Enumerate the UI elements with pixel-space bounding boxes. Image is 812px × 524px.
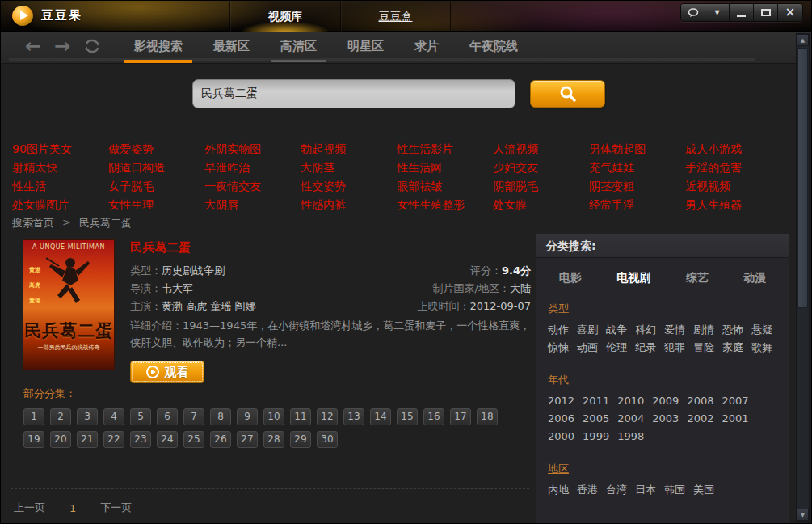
menu-button[interactable]: ▼ (705, 4, 730, 21)
sidebar-filter-link[interactable]: 冒险 (693, 339, 714, 357)
hot-link[interactable]: 早泄咋治 (204, 158, 301, 177)
hot-link[interactable]: 近视视频 (685, 177, 781, 196)
sidebar-section-title[interactable]: 年代 (548, 373, 777, 387)
sidebar-filter-link[interactable]: 2004 (617, 410, 644, 428)
maximize-button[interactable] (754, 4, 778, 21)
hot-link[interactable]: 射精太快 (12, 158, 108, 177)
sidebar-tab[interactable]: 电视剧 (616, 271, 650, 285)
titlebar-tab[interactable]: 视频库 (229, 1, 340, 32)
sidebar-filter-link[interactable]: 2010 (617, 392, 644, 410)
nav-tab[interactable]: 最新区 (198, 32, 265, 61)
sidebar-filter-link[interactable]: 2008 (687, 392, 713, 410)
episode-button[interactable]: 11 (290, 408, 311, 425)
sidebar-filter-link[interactable]: 喜剧 (577, 321, 598, 339)
hot-link[interactable]: 勃起视频 (301, 140, 397, 158)
sidebar-filter-link[interactable]: 2002 (687, 410, 713, 428)
hot-link[interactable]: 阴道口构造 (108, 158, 204, 177)
sidebar-filter-link[interactable]: 动作 (548, 321, 569, 339)
sidebar-filter-link[interactable]: 2007 (722, 392, 748, 410)
sidebar-filter-link[interactable]: 2000 (548, 428, 574, 446)
hot-link[interactable]: 处女膜图片 (12, 196, 108, 214)
episode-button[interactable]: 29 (290, 431, 311, 448)
episode-button[interactable]: 19 (23, 431, 44, 448)
hot-link[interactable]: 性生活影片 (397, 140, 493, 158)
nav-tab[interactable]: 明星区 (332, 32, 399, 61)
sidebar-filter-link[interactable]: 2005 (583, 410, 609, 428)
current-page-number[interactable]: 1 (69, 502, 76, 514)
back-arrow-icon[interactable]: ← (25, 36, 41, 56)
hot-link[interactable]: 男体勃起图 (589, 140, 685, 158)
scroll-down-arrow-icon[interactable]: ▼ (797, 509, 809, 521)
hot-link[interactable]: 眼部祛皱 (397, 177, 493, 196)
episode-button[interactable]: 20 (50, 431, 71, 448)
episode-button[interactable]: 14 (370, 408, 391, 425)
prev-page-link[interactable]: 上一页 (14, 501, 45, 515)
hot-link[interactable]: 处女膜 (493, 196, 589, 214)
sidebar-filter-link[interactable]: 2003 (652, 410, 679, 428)
sidebar-filter-link[interactable]: 悬疑 (751, 321, 772, 339)
episode-button[interactable]: 13 (343, 408, 364, 425)
sidebar-filter-link[interactable]: 爱情 (664, 321, 685, 339)
sidebar-filter-link[interactable]: 纪录 (635, 339, 656, 357)
hot-link[interactable]: 性交姿势 (301, 177, 397, 196)
episode-button[interactable]: 3 (77, 408, 98, 425)
episode-button[interactable]: 25 (183, 431, 204, 448)
sidebar-filter-link[interactable]: 恐怖 (722, 321, 743, 339)
sidebar-filter-link[interactable]: 台湾 (606, 481, 627, 499)
breadcrumb-item[interactable]: 搜索首页 (12, 216, 54, 230)
feedback-button[interactable] (681, 4, 705, 21)
sidebar-tab[interactable]: 动漫 (743, 271, 766, 285)
hot-link[interactable]: 性生活网 (397, 158, 493, 177)
episode-button[interactable]: 21 (77, 431, 98, 448)
sidebar-filter-link[interactable]: 剧情 (693, 321, 714, 339)
vertical-scrollbar[interactable]: ▲ ▼ (796, 33, 810, 522)
sidebar-filter-link[interactable]: 香港 (577, 481, 598, 499)
nav-tab[interactable]: 高清区 (265, 32, 332, 61)
hot-link[interactable]: 女性生殖整形 (397, 196, 493, 214)
sidebar-filter-link[interactable]: 犯罪 (664, 339, 685, 357)
refresh-icon[interactable] (83, 38, 101, 54)
watch-button[interactable]: 观看 (130, 361, 204, 383)
hot-link[interactable]: 阴部脱毛 (493, 177, 589, 196)
hot-link[interactable]: 手淫的危害 (685, 158, 781, 177)
titlebar-tab[interactable]: 豆豆盒 (340, 1, 451, 32)
scroll-up-arrow-icon[interactable]: ▲ (797, 34, 809, 46)
minimize-button[interactable] (730, 4, 754, 21)
hot-link[interactable]: 少妇交友 (493, 158, 589, 177)
sidebar-section-title[interactable]: 类型 (548, 302, 777, 316)
hot-link[interactable]: 性生活 (12, 177, 108, 196)
episode-button[interactable]: 16 (423, 408, 444, 425)
episode-button[interactable]: 18 (477, 408, 498, 425)
episode-button[interactable]: 12 (317, 408, 338, 425)
hot-link[interactable]: 大阴茎 (301, 158, 397, 177)
hot-link[interactable]: 充气娃娃 (589, 158, 685, 177)
sidebar-tab[interactable]: 电影 (559, 271, 582, 285)
sidebar-filter-link[interactable]: 科幻 (635, 321, 656, 339)
episode-button[interactable]: 8 (210, 408, 231, 425)
episode-button[interactable]: 28 (263, 431, 284, 448)
sidebar-filter-link[interactable]: 1999 (583, 428, 609, 446)
episode-button[interactable]: 22 (103, 431, 124, 448)
sidebar-filter-link[interactable]: 2012 (548, 392, 574, 410)
episode-button[interactable]: 5 (130, 408, 151, 425)
sidebar-filter-link[interactable]: 家庭 (722, 339, 743, 357)
sidebar-filter-link[interactable]: 战争 (606, 321, 627, 339)
sidebar-filter-link[interactable]: 2009 (652, 392, 679, 410)
next-page-link[interactable]: 下一页 (100, 501, 132, 515)
search-input[interactable] (192, 79, 515, 108)
sidebar-tab[interactable]: 综艺 (686, 271, 709, 285)
sidebar-filter-link[interactable]: 内地 (548, 481, 569, 499)
nav-tab[interactable]: 影视搜索 (119, 32, 198, 61)
hot-link[interactable]: 大阴唇 (204, 196, 301, 214)
hot-link[interactable]: 人流视频 (493, 140, 589, 158)
hot-link[interactable]: 经常手淫 (589, 196, 685, 214)
sidebar-filter-link[interactable]: 韩国 (664, 481, 685, 499)
sidebar-filter-link[interactable]: 2001 (722, 410, 748, 428)
episode-button[interactable]: 24 (157, 431, 178, 448)
hot-link[interactable]: 男人生殖器 (685, 196, 781, 214)
hot-link[interactable]: 一夜情交友 (204, 177, 301, 196)
episode-button[interactable]: 4 (103, 408, 124, 425)
hot-link[interactable]: 性感内裤 (301, 196, 397, 214)
hot-link[interactable]: 成人小游戏 (685, 140, 781, 158)
nav-tab[interactable]: 求片 (399, 32, 454, 61)
